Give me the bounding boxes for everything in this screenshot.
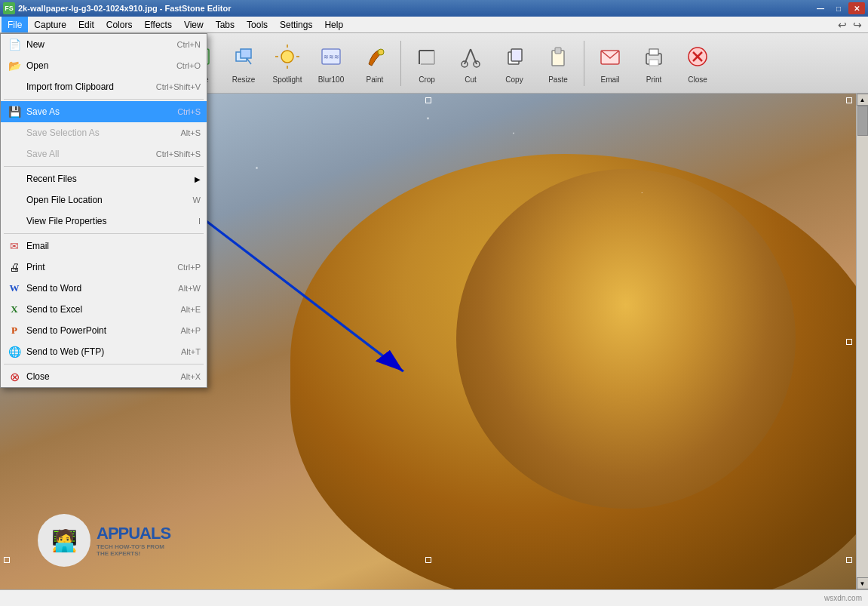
status-bar: wsxdn.com [0,589,868,606]
send-excel-shortcut: Alt+E [180,305,201,314]
svg-rect-36 [649,60,658,66]
cut-icon [457,43,484,74]
copy-icon [501,43,528,74]
menu-save-as[interactable]: 💾 Save As Ctrl+S [1,101,207,122]
sep-3 [584,41,584,86]
menu-send-excel[interactable]: X Send to Excel Alt+E [1,299,207,320]
menu-file[interactable]: File [2,17,28,32]
close-btn[interactable]: Close [676,38,719,89]
email-button[interactable]: Email [589,38,631,89]
crop-icon [413,43,440,74]
import-icon [7,79,22,94]
close-btn-icon [684,43,711,74]
handle-tc[interactable] [425,97,431,103]
paste-button[interactable]: Paste [537,38,579,89]
print-button[interactable]: Print [633,38,675,89]
print-shortcut: Ctrl+P [177,263,201,272]
menu-open-location[interactable]: Open File Location W [1,189,207,211]
menu-capture[interactable]: Capture [28,17,72,32]
copy-button[interactable]: Copy [493,38,535,89]
undo-redo-group: ↩ ↪ [836,19,866,31]
menu-colors[interactable]: Colors [100,17,139,32]
new-file-icon: 📄 [7,37,22,52]
import-shortcut: Ctrl+Shift+V [156,82,201,91]
watermark-area: 🧑‍💻 APPUALS TECH HOW-TO'S FROM THE EXPER… [38,514,170,567]
undo-button[interactable]: ↩ [836,19,848,31]
menu-help[interactable]: Help [318,17,349,32]
menu-save-sel: Save Selection As Alt+S [1,122,207,143]
send-web-shortcut: Alt+T [181,347,201,356]
open-location-shortcut: W [193,195,201,205]
save-all-label: Save All [26,149,150,159]
app-icon: FS [3,2,15,14]
menu-send-ppt[interactable]: P Send to PowerPoint Alt+P [1,320,207,341]
menu-recent[interactable]: Recent Files ▶ [1,168,207,189]
title-controls: — □ ✕ [812,2,865,14]
spotlight-label: Spotlight [273,75,302,84]
menu-send-web[interactable]: 🌐 Send to Web (FTP) Alt+T [1,341,207,362]
handle-br[interactable] [846,557,852,563]
menu-edit[interactable]: Edit [72,17,100,32]
menu-send-word[interactable]: W Send to Word Alt+W [1,278,207,299]
menu-view-props[interactable]: View File Properties I [1,211,207,232]
blur-label: Blur100 [318,75,344,84]
scroll-up-btn[interactable]: ▲ [857,94,869,106]
import-label: Import from Clipboard [26,82,150,92]
resize-label: Resize [232,75,256,84]
close-shortcut: Alt+X [180,372,201,381]
menu-print[interactable]: 🖨 Print Ctrl+P [1,257,207,278]
separator-3 [4,233,204,234]
cut-button[interactable]: Cut [449,38,492,89]
window-title: 2k-wallpaper-lg-g3-02-1024x910.jpg - Fas… [18,4,231,13]
menu-import[interactable]: Import from Clipboard Ctrl+Shift+V [1,76,207,97]
handle-bl[interactable] [4,557,10,563]
redo-button[interactable]: ↪ [851,19,863,31]
spotlight-button[interactable]: Spotlight [266,38,308,89]
close-btn-label: Close [688,75,707,84]
menu-view[interactable]: View [178,17,210,32]
resize-icon [230,43,257,74]
menu-open[interactable]: 📂 Open Ctrl+O [1,55,207,76]
close-icon: ⊗ [7,369,22,384]
blur-button[interactable]: ≋≋≋ Blur100 [310,38,352,89]
send-ppt-shortcut: Alt+P [180,326,201,335]
handle-tr[interactable] [846,97,852,103]
close-window-button[interactable]: ✕ [848,2,865,14]
save-all-icon [7,146,22,161]
send-excel-label: Send to Excel [26,304,174,315]
open-location-label: Open File Location [26,195,187,205]
resize-button[interactable]: Resize [222,38,265,89]
title-bar: FS 2k-wallpaper-lg-g3-02-1024x910.jpg - … [0,0,868,17]
menu-save-all: Save All Ctrl+Shift+S [1,143,207,165]
paint-label: Paint [367,75,384,84]
scroll-track[interactable] [857,106,868,577]
paste-label: Paste [548,75,568,84]
blur-icon: ≋≋≋ [317,43,345,74]
menu-close[interactable]: ⊗ Close Alt+X [1,366,207,387]
paint-button[interactable]: Paint [354,38,396,89]
svg-line-25 [465,49,471,64]
minimize-button[interactable]: — [812,2,829,14]
crop-button[interactable]: Crop [406,38,448,89]
maximize-button[interactable]: □ [830,2,847,14]
open-shortcut: Ctrl+O [176,61,201,70]
send-word-label: Send to Word [26,283,172,294]
save-all-shortcut: Ctrl+Shift+S [156,149,201,158]
menu-tools[interactable]: Tools [241,17,274,32]
vertical-scrollbar[interactable]: ▲ ▼ [856,94,868,589]
menu-email[interactable]: ✉ Email [1,235,207,257]
menu-bar: File Capture Edit Colors Effects View Ta… [0,17,868,33]
send-word-icon: W [7,281,22,296]
handle-mr[interactable] [846,339,852,345]
view-props-label: View File Properties [26,216,192,226]
menu-tabs[interactable]: Tabs [210,17,241,32]
paste-icon [544,43,572,74]
menu-settings[interactable]: Settings [274,17,318,32]
scroll-thumb[interactable] [857,106,868,136]
handle-bc[interactable] [425,557,431,563]
menu-new[interactable]: 📄 New Ctrl+N [1,34,207,55]
recent-label: Recent Files [26,174,192,184]
menu-effects[interactable]: Effects [138,17,177,32]
watermark-tagline: TECH HOW-TO'S FROM [97,543,170,550]
scroll-down-btn[interactable]: ▼ [857,577,869,589]
